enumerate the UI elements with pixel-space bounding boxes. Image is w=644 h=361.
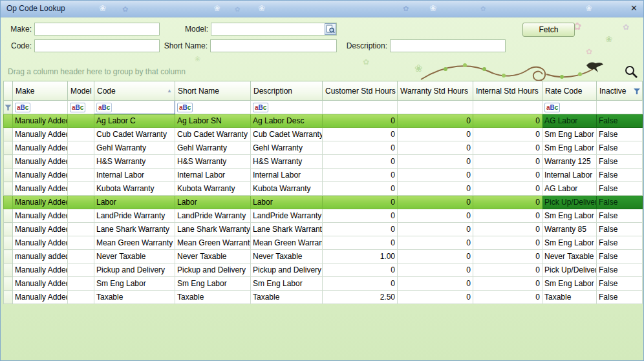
row-indicator[interactable]	[4, 223, 13, 236]
cell-make[interactable]: Manually Added	[13, 277, 68, 291]
cell-description[interactable]: Cub Cadet Warranty	[251, 128, 323, 141]
grid-row[interactable]: Manually AddedTaxableTaxableTaxable2.500…	[4, 291, 643, 304]
row-indicator[interactable]	[4, 182, 13, 196]
cell-description[interactable]: LandPride Warranty	[251, 209, 323, 223]
cell-customer_std_hours[interactable]: 0	[323, 263, 398, 277]
cell-model[interactable]	[68, 223, 94, 236]
column-header-inactive[interactable]: Inactive	[597, 81, 643, 101]
cell-model[interactable]	[68, 114, 94, 128]
filter-icon[interactable]	[634, 88, 640, 94]
cell-description[interactable]: Mean Green Warranty	[251, 236, 323, 250]
cell-code[interactable]: Sm Eng Labor	[94, 277, 175, 291]
cell-short_name[interactable]: Lane Shark Warranty	[175, 223, 251, 236]
cell-make[interactable]: Manually Added	[13, 114, 68, 128]
cell-description[interactable]: Lane Shark Warranty	[251, 223, 323, 236]
cell-model[interactable]	[68, 291, 94, 304]
cell-rate_code[interactable]: Never Taxable	[542, 250, 597, 263]
cell-rate_code[interactable]: Internal Labor	[542, 169, 597, 182]
row-indicator[interactable]	[4, 196, 13, 209]
filter-row-indicator[interactable]	[4, 101, 13, 114]
cell-short_name[interactable]: LandPride Warranty	[175, 209, 251, 223]
row-indicator[interactable]	[4, 169, 13, 182]
cell-rate_code[interactable]: Warranty 85	[542, 223, 597, 236]
cell-warranty_std_hours[interactable]: 0	[398, 250, 473, 263]
column-header-customer_std_hours[interactable]: Customer Std Hours	[323, 81, 398, 101]
cell-short_name[interactable]: Pickup and Delivery	[175, 263, 251, 277]
cell-inactive[interactable]: False	[597, 155, 643, 169]
row-indicator[interactable]	[4, 141, 13, 155]
cell-make[interactable]: Manually Added	[13, 223, 68, 236]
cell-warranty_std_hours[interactable]: 0	[398, 128, 473, 141]
grid-row[interactable]: Manually AddedKubota WarrantyKubota Warr…	[4, 182, 643, 196]
cell-code[interactable]: Never Taxable	[94, 250, 175, 263]
cell-internal_std_hours[interactable]: 0	[473, 128, 542, 141]
cell-warranty_std_hours[interactable]: 0	[398, 277, 473, 291]
row-indicator[interactable]	[4, 263, 13, 277]
cell-model[interactable]	[68, 128, 94, 141]
cell-model[interactable]	[68, 182, 94, 196]
cell-description[interactable]: Ag Labor Desc	[251, 114, 323, 128]
cell-rate_code[interactable]: AG Labor	[542, 114, 597, 128]
fetch-button[interactable]: Fetch	[522, 23, 575, 37]
cell-make[interactable]: manually added	[13, 250, 68, 263]
cell-rate_code[interactable]: Sm Eng Labor	[542, 128, 597, 141]
grid-row[interactable]: Manually AddedGehl WarrantyGehl Warranty…	[4, 141, 643, 155]
cell-model[interactable]	[68, 169, 94, 182]
cell-internal_std_hours[interactable]: 0	[473, 209, 542, 223]
cell-code[interactable]: Taxable	[94, 291, 175, 304]
grid-row[interactable]: Manually AddedLandPride WarrantyLandPrid…	[4, 209, 643, 223]
cell-customer_std_hours[interactable]: 0	[323, 155, 398, 169]
cell-internal_std_hours[interactable]: 0	[473, 223, 542, 236]
column-header-description[interactable]: Description	[251, 81, 323, 101]
short-name-input[interactable]	[210, 39, 337, 52]
cell-model[interactable]	[68, 250, 94, 263]
cell-code[interactable]: LandPride Warranty	[94, 209, 175, 223]
cell-internal_std_hours[interactable]: 0	[473, 182, 542, 196]
search-button[interactable]	[624, 64, 639, 79]
filter-cell-internal_std_hours[interactable]: =	[473, 101, 542, 114]
cell-description[interactable]: Never Taxable	[251, 250, 323, 263]
cell-internal_std_hours[interactable]: 0	[473, 114, 542, 128]
grid-row[interactable]: Manually AddedLaborLaborLabor000Pick Up/…	[4, 196, 643, 209]
cell-customer_std_hours[interactable]: 0	[323, 114, 398, 128]
cell-make[interactable]: Manually Added	[13, 155, 68, 169]
cell-internal_std_hours[interactable]: 0	[473, 196, 542, 209]
cell-inactive[interactable]: False	[597, 196, 643, 209]
model-lookup-button[interactable]	[325, 23, 336, 35]
cell-short_name[interactable]: Sm Eng Labor	[175, 277, 251, 291]
column-header-internal_std_hours[interactable]: Internal Std Hours	[473, 81, 542, 101]
cell-short_name[interactable]: Ag Labor SN	[175, 114, 251, 128]
column-header-make[interactable]: Make	[13, 81, 68, 101]
cell-warranty_std_hours[interactable]: 0	[398, 263, 473, 277]
filter-cell-make[interactable]: aBc	[13, 101, 68, 114]
cell-model[interactable]	[68, 209, 94, 223]
cell-code[interactable]: H&S Warranty	[94, 155, 175, 169]
row-indicator[interactable]	[4, 114, 13, 128]
close-icon[interactable]: ✕	[630, 3, 638, 14]
cell-inactive[interactable]: False	[597, 236, 643, 250]
cell-internal_std_hours[interactable]: 0	[473, 263, 542, 277]
cell-inactive[interactable]: False	[597, 169, 643, 182]
cell-inactive[interactable]: False	[597, 182, 643, 196]
cell-make[interactable]: Manually Added	[13, 196, 68, 209]
cell-description[interactable]: Labor	[251, 196, 323, 209]
cell-rate_code[interactable]: Pick Up/Delivery	[542, 263, 597, 277]
cell-customer_std_hours[interactable]: 0	[323, 223, 398, 236]
cell-code[interactable]: Labor	[94, 196, 175, 209]
cell-inactive[interactable]: False	[597, 128, 643, 141]
cell-description[interactable]: Gehl Warranty	[251, 141, 323, 155]
cell-code[interactable]: Cub Cadet Warranty	[94, 128, 175, 141]
grid-row[interactable]: Manually AddedInternal LaborInternal Lab…	[4, 169, 643, 182]
cell-make[interactable]: Manually Added	[13, 291, 68, 304]
cell-customer_std_hours[interactable]: 0	[323, 182, 398, 196]
cell-short_name[interactable]: Cub Cadet Warranty	[175, 128, 251, 141]
cell-short_name[interactable]: Kubota Warranty	[175, 182, 251, 196]
make-input[interactable]	[34, 23, 160, 36]
row-indicator[interactable]	[4, 155, 13, 169]
cell-code[interactable]: Kubota Warranty	[94, 182, 175, 196]
cell-short_name[interactable]: Mean Green Warranty	[175, 236, 251, 250]
cell-code[interactable]: Mean Green Warranty	[94, 236, 175, 250]
cell-rate_code[interactable]: Sm Eng Labor	[542, 277, 597, 291]
code-input[interactable]	[34, 39, 160, 52]
cell-description[interactable]: Pickup and Delivery	[251, 263, 323, 277]
